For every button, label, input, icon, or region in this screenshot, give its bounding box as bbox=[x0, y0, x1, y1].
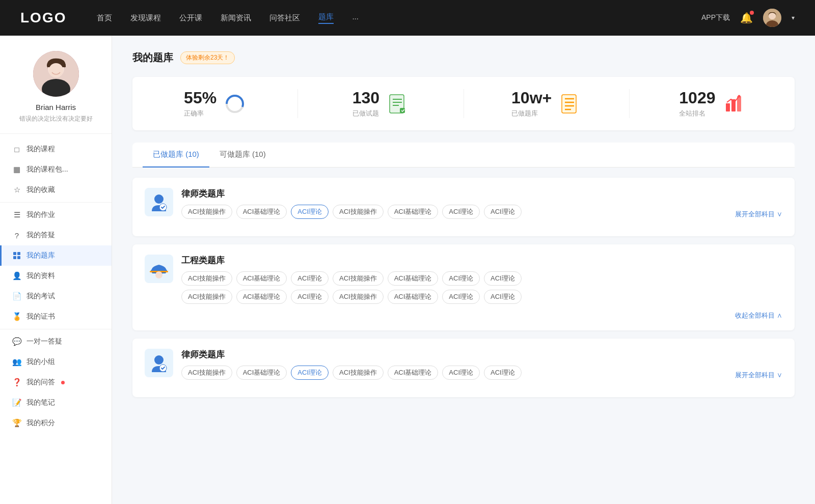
pie-chart-icon bbox=[224, 93, 246, 115]
sidebar-item-onetoone[interactable]: 💬 一对一答疑 bbox=[0, 331, 112, 352]
nav-qa[interactable]: 问答社区 bbox=[269, 13, 300, 23]
logo[interactable]: LOGO bbox=[20, 10, 66, 26]
expand-link-1[interactable]: 展开全部科目 ∨ bbox=[735, 210, 782, 219]
tag-1-3[interactable]: ACI技能操作 bbox=[333, 205, 384, 219]
note-icon: 📝 bbox=[12, 398, 21, 407]
sidebar-item-mycert[interactable]: 🏅 我的证书 bbox=[0, 306, 112, 327]
user-menu-chevron[interactable]: ▾ bbox=[792, 14, 795, 21]
sidebar-item-mygroup[interactable]: 👥 我的小组 bbox=[0, 352, 112, 372]
nav-menu: 首页 发现课程 公开课 新闻资讯 问答社区 题库 ··· bbox=[97, 12, 701, 24]
profile-avatar[interactable] bbox=[33, 51, 79, 97]
stat-ranking-label: 全站排名 bbox=[679, 109, 715, 118]
nav-more[interactable]: ··· bbox=[352, 14, 359, 22]
tag-2a-4[interactable]: ACI基础理论 bbox=[388, 271, 439, 286]
tag-2b-0[interactable]: ACI技能操作 bbox=[181, 290, 232, 304]
stat-correctness: 55% 正确率 bbox=[132, 89, 298, 118]
stat-done-questions: 130 已做试题 bbox=[298, 89, 464, 118]
tags-row-2a: ACI技能操作 ACI基础理论 ACI理论 ACI技能操作 ACI基础理论 AC… bbox=[181, 271, 782, 286]
tabs-row: 已做题库 (10) 可做题库 (10) bbox=[132, 143, 795, 167]
tag-3-4[interactable]: ACI基础理论 bbox=[388, 366, 439, 380]
sidebar-item-mycourse[interactable]: □ 我的课程 bbox=[0, 139, 112, 159]
question-circle-icon: ? bbox=[12, 231, 21, 240]
stat-ranking-value: 1029 bbox=[679, 89, 715, 107]
tag-2a-2[interactable]: ACI理论 bbox=[291, 271, 329, 286]
sidebar-item-mynote[interactable]: 📝 我的笔记 bbox=[0, 393, 112, 413]
tag-1-1[interactable]: ACI基础理论 bbox=[236, 205, 287, 219]
sidebar-label-mygroup: 我的小组 bbox=[26, 357, 55, 367]
tag-3-1[interactable]: ACI基础理论 bbox=[236, 366, 287, 380]
stat-correctness-value: 55% bbox=[184, 89, 216, 107]
stat-done-banks: 10w+ 已做题库 bbox=[464, 89, 630, 118]
sidebar-label-myfavorite: 我的收藏 bbox=[26, 185, 55, 194]
tag-2b-6[interactable]: ACI理论 bbox=[484, 290, 522, 304]
file-icon: □ bbox=[12, 145, 21, 154]
tag-3-0[interactable]: ACI技能操作 bbox=[181, 366, 232, 380]
sidebar-item-myqa[interactable]: ? 我的答疑 bbox=[0, 225, 112, 245]
tag-3-6[interactable]: ACI理论 bbox=[484, 366, 522, 380]
tag-1-4[interactable]: ACI基础理论 bbox=[388, 205, 439, 219]
tag-2b-5[interactable]: ACI理论 bbox=[442, 290, 480, 304]
qbank-header-1: 律师类题库 ACI技能操作 ACI基础理论 ACI理论 ACI技能操作 ACI基… bbox=[145, 188, 782, 219]
sidebar-item-mypoints[interactable]: 🏆 我的积分 bbox=[0, 413, 112, 433]
sidebar-item-mydata[interactable]: 👤 我的资料 bbox=[0, 266, 112, 286]
tag-3-5[interactable]: ACI理论 bbox=[442, 366, 480, 380]
nav-qbank[interactable]: 题库 bbox=[318, 12, 334, 24]
tag-2a-3[interactable]: ACI技能操作 bbox=[333, 271, 384, 286]
svg-rect-9 bbox=[17, 252, 20, 255]
tag-1-0[interactable]: ACI技能操作 bbox=[181, 205, 232, 219]
expand-link-3[interactable]: 展开全部科目 ∨ bbox=[735, 371, 782, 380]
svg-rect-8 bbox=[13, 252, 16, 255]
bar-red-icon bbox=[722, 93, 745, 115]
sidebar-item-myqbank[interactable]: 我的题库 bbox=[0, 245, 112, 266]
qbank-lawyer-icon-1 bbox=[145, 188, 173, 216]
tag-2a-5[interactable]: ACI理论 bbox=[442, 271, 480, 286]
tag-1-5[interactable]: ACI理论 bbox=[442, 205, 480, 219]
tags-row-2b: ACI技能操作 ACI基础理论 ACI理论 ACI技能操作 ACI基础理论 AC… bbox=[181, 290, 782, 304]
bell-icon[interactable]: 🔔 bbox=[740, 12, 753, 24]
sidebar-label-mydata: 我的资料 bbox=[26, 271, 55, 281]
answer-dot-badge bbox=[61, 381, 65, 384]
page-header: 我的题库 体验剩余23天！ bbox=[132, 51, 795, 65]
tab-done[interactable]: 已做题库 (10) bbox=[143, 143, 209, 167]
user-avatar[interactable] bbox=[763, 9, 781, 27]
stat-done-banks-text: 10w+ 已做题库 bbox=[511, 89, 552, 118]
tag-2b-4[interactable]: ACI基础理论 bbox=[388, 290, 439, 304]
tag-2b-2[interactable]: ACI理论 bbox=[291, 290, 329, 304]
nav-discover[interactable]: 发现课程 bbox=[130, 13, 161, 23]
sidebar-item-myfavorite[interactable]: ☆ 我的收藏 bbox=[0, 180, 112, 200]
tag-3-3[interactable]: ACI技能操作 bbox=[333, 366, 384, 380]
doc-icon: ☰ bbox=[12, 210, 21, 219]
svg-rect-25 bbox=[726, 103, 730, 111]
tag-1-6[interactable]: ACI理论 bbox=[484, 205, 522, 219]
qbank-card-engineer: 工程类题库 ACI技能操作 ACI基础理论 ACI理论 ACI技能操作 ACI基… bbox=[132, 244, 795, 330]
qbank-engineer-icon bbox=[145, 255, 173, 283]
nav-home[interactable]: 首页 bbox=[97, 13, 112, 23]
svg-point-34 bbox=[155, 271, 162, 278]
tag-2a-1[interactable]: ACI基础理论 bbox=[236, 271, 287, 286]
sidebar-label-onetoone: 一对一答疑 bbox=[26, 337, 62, 346]
sidebar-item-myexam[interactable]: 📄 我的考试 bbox=[0, 286, 112, 306]
app-download[interactable]: APP下载 bbox=[701, 13, 730, 22]
tag-2a-6[interactable]: ACI理论 bbox=[484, 271, 522, 286]
tab-todo[interactable]: 可做题库 (10) bbox=[209, 143, 276, 167]
nav-opencourse[interactable]: 公开课 bbox=[179, 13, 202, 23]
sidebar-item-myhomework[interactable]: ☰ 我的作业 bbox=[0, 205, 112, 225]
file2-icon: 📄 bbox=[12, 292, 21, 301]
tag-3-2[interactable]: ACI理论 bbox=[291, 366, 329, 380]
tags-row-1: ACI技能操作 ACI基础理论 ACI理论 ACI技能操作 ACI基础理论 AC… bbox=[181, 205, 782, 219]
sidebar-label-myhomework: 我的作业 bbox=[26, 210, 55, 219]
qbank-card-lawyer-2: 律师类题库 ACI技能操作 ACI基础理论 ACI理论 ACI技能操作 ACI基… bbox=[132, 339, 795, 397]
qbank-title-3: 律师类题库 bbox=[181, 349, 782, 360]
tag-2b-1[interactable]: ACI基础理论 bbox=[236, 290, 287, 304]
sidebar-label-mycourse: 我的课程 bbox=[26, 145, 55, 154]
qbank-card-lawyer-1: 律师类题库 ACI技能操作 ACI基础理论 ACI理论 ACI技能操作 ACI基… bbox=[132, 178, 795, 236]
stat-ranking: 1029 全站排名 bbox=[630, 89, 795, 118]
nav-news[interactable]: 新闻资讯 bbox=[221, 13, 251, 23]
tag-2b-3[interactable]: ACI技能操作 bbox=[333, 290, 384, 304]
sidebar-item-myanswer[interactable]: ❓ 我的问答 bbox=[0, 372, 112, 393]
sidebar-label-myqa: 我的答疑 bbox=[26, 231, 55, 240]
sidebar-item-mypackage[interactable]: ▦ 我的课程包... bbox=[0, 159, 112, 180]
tag-2a-0[interactable]: ACI技能操作 bbox=[181, 271, 232, 286]
collapse-link-2[interactable]: 收起全部科目 ∧ bbox=[735, 311, 782, 320]
tag-1-2[interactable]: ACI理论 bbox=[291, 205, 329, 219]
